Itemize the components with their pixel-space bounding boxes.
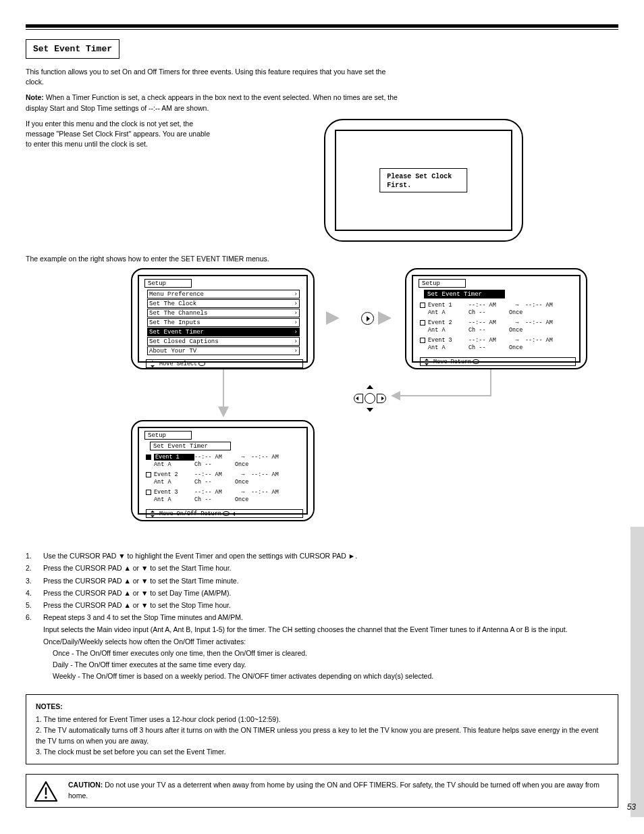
cursor-dpad-icon: [350, 385, 390, 412]
tab-setup: Setup: [419, 279, 466, 288]
help-bar: Move On/Off Return: [146, 509, 303, 518]
arrow-right-icon: →: [509, 319, 525, 326]
flow-arrow-icon: [378, 311, 392, 325]
event-row: Event 1--:-- AM→--:-- AM: [420, 301, 574, 309]
page-number: 53: [627, 802, 636, 812]
chevron-right-icon: ›: [294, 347, 298, 355]
menu-item-selected: Set Event Timer›: [147, 328, 300, 336]
tab-setup: Setup: [144, 279, 192, 288]
menu-item: Set The Channels›: [147, 309, 300, 317]
intro-text: This function allows you to set On and O…: [26, 67, 404, 87]
tab-event-timer: Set Event Timer: [150, 442, 231, 450]
caution-title: CAUTION:: [68, 781, 103, 789]
osd-diagram: Setup Menu Preference› Set The Clock› Se…: [78, 268, 618, 545]
cursor-right-button-icon: [361, 312, 374, 325]
connector-line: [396, 395, 491, 396]
step-option: Daily - The On/Off timer executes at the…: [53, 660, 618, 670]
event-row: Event 2--:-- AM→--:-- AM: [146, 470, 301, 479]
step-option: Once - The On/Off timer executes only on…: [53, 648, 618, 658]
note-body: When a Timer Function is set, a check ap…: [26, 93, 398, 111]
event-row: Event 2--:-- AM→--:-- AM: [420, 318, 574, 327]
notes-item: 1. The time entered for Event Timer uses…: [36, 714, 608, 725]
notes-item: 3. The clock must be set before you can …: [36, 747, 608, 758]
menu-item: Menu Preference›: [147, 290, 300, 298]
step-number: 2.: [26, 563, 43, 573]
help-bar: Move Select: [146, 359, 303, 368]
help-bar: Move Return: [420, 357, 576, 366]
arrow-right-icon: →: [235, 454, 251, 461]
step-sub: Input selects the Main video input (Ant …: [43, 625, 618, 635]
rule-thin: [26, 29, 618, 30]
step-number: 4.: [26, 588, 43, 598]
instructions-lead: The example on the right shows how to en…: [26, 254, 618, 264]
menu-item: Set The Clock›: [147, 299, 300, 308]
menu-item: Set Closed Captions›: [147, 337, 300, 346]
step-number: 3.: [26, 576, 43, 586]
event-table: Event 1--:-- AM→--:-- AM Ant ACh --Once …: [420, 301, 574, 353]
menu-item: Set The Inputs›: [147, 318, 300, 327]
clock-msg: Please Set Clock First.: [387, 173, 452, 189]
step-number: 1.: [26, 551, 43, 561]
clock-warning-text: If you enter this menu and the clock is …: [26, 119, 216, 150]
step-sub: Once/Daily/Weekly selects how often the …: [43, 637, 618, 647]
notes-title: NOTES:: [36, 702, 608, 712]
tv-screen: Please Set Clock First.: [335, 130, 512, 231]
flow-arrow-icon: [391, 391, 400, 400]
page-sidebar-tab: [630, 527, 644, 817]
menu-item: About Your TV›: [147, 346, 300, 355]
clock-msg-box: Please Set Clock First.: [379, 168, 467, 192]
flow-arrow-icon: [218, 407, 229, 417]
arrow-right-icon: →: [235, 471, 251, 478]
tab-setup: Setup: [144, 431, 192, 440]
chevron-right-icon: ›: [294, 309, 298, 317]
connector-line: [223, 369, 224, 410]
osd-event-list: Setup Set Event Timer Event 1--:-- AM→--…: [405, 268, 587, 369]
arrow-right-icon: →: [509, 337, 525, 344]
chevron-right-icon: ›: [294, 300, 298, 308]
caution-box: CAUTION: Do not use your TV as a deterre…: [26, 774, 618, 808]
notes-item: 2. The TV automatically turns off 3 hour…: [36, 725, 608, 747]
event-row-selected: Event 1--:-- AM→--:-- AM: [146, 452, 301, 461]
flow-arrow-icon: [326, 311, 340, 325]
rule-thick: [26, 24, 618, 28]
step-text: Repeat steps 3 and 4 to set the Stop Tim…: [43, 613, 618, 623]
step-text: Press the CURSOR PAD ▲ or ▼ to set the S…: [43, 600, 618, 610]
section-title: Set Event Timer: [33, 44, 112, 54]
notes-box: NOTES: 1. The time entered for Event Tim…: [26, 694, 618, 765]
clock-warning-block: If you enter this menu and the clock is …: [26, 119, 618, 242]
caution-text: Do not use your TV as a deterrent when a…: [68, 781, 599, 800]
note-prefix: Note:: [26, 93, 44, 101]
event-row: Event 3--:-- AM→--:-- AM: [420, 336, 574, 344]
step-text: Press the CURSOR PAD ▲ or ▼ to set the S…: [43, 576, 618, 586]
step-number: 5.: [26, 600, 43, 610]
svg-point-2: [45, 797, 47, 799]
tv-outline: Please Set Clock First.: [324, 119, 523, 242]
event-row: Event 3--:-- AM→--:-- AM: [146, 488, 301, 496]
osd-tab: Setup: [142, 279, 304, 288]
event-table: Event 1--:-- AM→--:-- AM Ant ACh --Once …: [146, 452, 301, 505]
osd-event-edit: Setup Set Event Timer Event 1--:-- AM→--…: [131, 420, 315, 521]
step-option: Weekly - The On/Off timer is based on a …: [53, 671, 618, 681]
step-text: Press the CURSOR PAD ▲ or ▼ to set Day T…: [43, 588, 618, 598]
tab-event-timer: Set Event Timer: [424, 290, 505, 298]
note-text: Note: When a Timer Function is set, a ch…: [26, 93, 404, 113]
step-number: 6.: [26, 613, 43, 623]
chevron-right-icon: ›: [294, 290, 298, 298]
chevron-right-icon: ›: [294, 328, 298, 336]
chevron-right-icon: ›: [294, 319, 298, 327]
steps: 1.Use the CURSOR PAD ▼ to highlight the …: [26, 551, 618, 681]
chevron-right-icon: ›: [294, 338, 298, 346]
connector-line: [490, 369, 491, 396]
osd-setup-menu: Setup Menu Preference› Set The Clock› Se…: [131, 268, 315, 369]
warning-icon: [34, 781, 61, 802]
step-text: Press the CURSOR PAD ▲ or ▼ to set the S…: [43, 563, 618, 573]
step-text: Use the CURSOR PAD ▼ to highlight the Ev…: [43, 551, 618, 561]
section-title-box: Set Event Timer: [26, 39, 119, 59]
arrow-right-icon: →: [509, 302, 525, 309]
arrow-right-icon: →: [235, 489, 251, 496]
